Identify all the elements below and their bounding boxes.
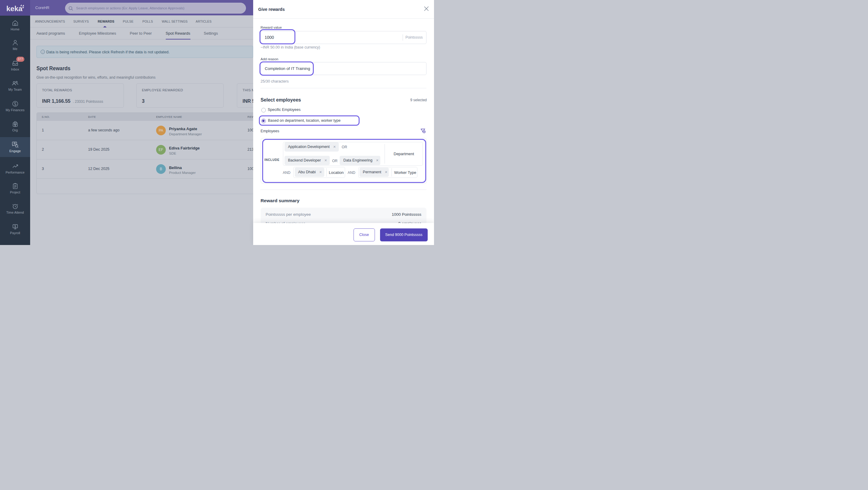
svg-text:keka: keka <box>6 4 23 13</box>
